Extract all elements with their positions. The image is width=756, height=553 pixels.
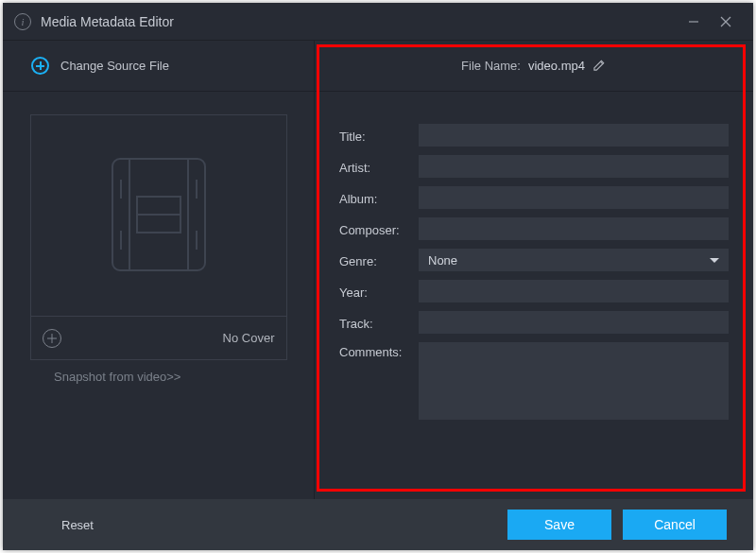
titlebar: i Media Metadata Editor: [3, 3, 753, 41]
row-title: Title:: [339, 124, 729, 147]
label-title: Title:: [339, 127, 419, 144]
cover-preview: [31, 115, 286, 316]
row-composer: Composer:: [339, 217, 729, 240]
minimize-button[interactable]: [678, 9, 710, 35]
input-track[interactable]: [419, 311, 729, 334]
dialog-body: Change Source File: [3, 41, 753, 499]
close-button[interactable]: [710, 9, 742, 35]
snapshot-link[interactable]: Snapshot from video>>: [24, 360, 293, 384]
plus-circle-icon: [31, 57, 49, 75]
no-cover-label: No Cover: [223, 331, 275, 345]
film-icon: [107, 153, 211, 279]
metadata-form: Title: Artist: Album: Composer: Genre:: [315, 92, 753, 447]
input-composer[interactable]: [419, 217, 729, 240]
cancel-button[interactable]: Cancel: [623, 510, 727, 540]
reset-button[interactable]: Reset: [61, 518, 94, 532]
edit-filename-button[interactable]: [593, 58, 607, 75]
add-cover-button[interactable]: [43, 329, 61, 348]
label-track: Track:: [339, 314, 419, 331]
input-album[interactable]: [419, 186, 729, 209]
row-year: Year:: [339, 280, 729, 302]
input-year[interactable]: [419, 280, 729, 302]
window-title: Media Metadata Editor: [41, 14, 678, 29]
row-genre: Genre: None: [339, 249, 729, 271]
change-source-label: Change Source File: [60, 59, 169, 73]
input-title[interactable]: [419, 124, 729, 147]
pencil-icon: [593, 58, 607, 72]
label-year: Year:: [339, 283, 419, 300]
input-artist[interactable]: [419, 155, 729, 178]
row-album: Album:: [339, 186, 729, 209]
app-window: i Media Metadata Editor Change Source Fi…: [3, 3, 753, 550]
label-artist: Artist:: [339, 158, 419, 175]
info-icon: i: [14, 13, 31, 30]
cover-area: No Cover Snapshot from video>>: [3, 92, 314, 391]
select-genre[interactable]: None: [419, 249, 729, 271]
select-genre-value: None: [428, 253, 457, 268]
filename-label: File Name:: [461, 59, 521, 73]
label-genre: Genre:: [339, 251, 419, 268]
chevron-down-icon: [710, 258, 719, 263]
row-artist: Artist:: [339, 155, 729, 178]
save-button[interactable]: Save: [507, 510, 611, 540]
filename-row: File Name: video.mp4: [315, 41, 753, 92]
cover-box: No Cover: [30, 114, 287, 360]
change-source-button[interactable]: Change Source File: [3, 41, 314, 92]
row-comments: Comments:: [339, 342, 729, 420]
cover-footer: No Cover: [31, 316, 286, 359]
label-comments: Comments:: [339, 342, 419, 359]
row-track: Track:: [339, 311, 729, 334]
right-panel: File Name: video.mp4 Title: Artist:: [315, 41, 753, 499]
filename-value: video.mp4: [528, 59, 585, 73]
left-panel: Change Source File: [3, 41, 315, 499]
footer-bar: Reset Save Cancel: [3, 499, 753, 550]
label-album: Album:: [339, 189, 419, 206]
label-composer: Composer:: [339, 220, 419, 237]
input-comments[interactable]: [419, 342, 729, 420]
